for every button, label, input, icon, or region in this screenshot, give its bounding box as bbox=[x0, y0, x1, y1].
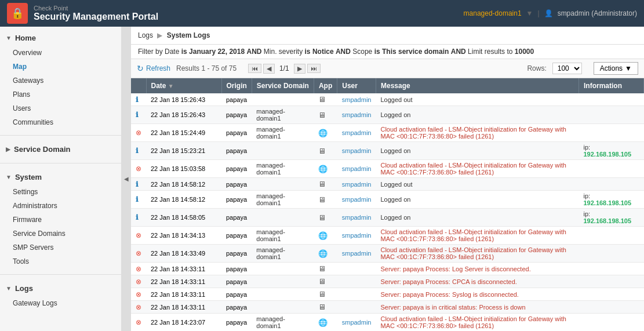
user-link[interactable]: smpadmin bbox=[342, 196, 372, 203]
page-prev-button[interactable]: ◀ bbox=[263, 64, 275, 74]
table-row: ℹ 22 Jan 18 14:58:12 papaya 🖥 smpadmin L… bbox=[131, 178, 644, 191]
user-link[interactable]: smpadmin bbox=[342, 165, 372, 172]
user-cell bbox=[337, 288, 376, 301]
sidebar-item-administrators[interactable]: Administrators bbox=[0, 199, 121, 213]
message-cell: Server: papaya is in critical status: Pr… bbox=[376, 301, 578, 314]
col-origin[interactable]: Origin bbox=[221, 78, 252, 93]
sidebar-item-firmware[interactable]: Firmware bbox=[0, 213, 121, 227]
type-cell: ℹ bbox=[131, 142, 146, 160]
app-cell: 🌐 bbox=[314, 124, 337, 142]
svcdom-cell bbox=[252, 209, 314, 227]
user-link[interactable]: smpadmin bbox=[342, 181, 372, 188]
table-row: ⊗ 22 Jan 18 15:24:49 papaya managed-doma… bbox=[131, 124, 644, 142]
user-link[interactable]: smpadmin bbox=[342, 147, 372, 154]
header-right: managed-domain1 ▼ | 👤 smpadmin (Administ… bbox=[464, 9, 637, 17]
sidebar-item-gateway-logs[interactable]: Gateway Logs bbox=[0, 296, 121, 310]
chevron-down-icon2: ▼ bbox=[6, 174, 12, 180]
sidebar-category-service-domain[interactable]: ▶ Service Domain bbox=[0, 141, 121, 157]
user-link[interactable]: smpadmin bbox=[342, 214, 372, 221]
info-icon: ℹ bbox=[136, 96, 139, 104]
ip-link[interactable]: 192.168.198.105 bbox=[583, 151, 631, 158]
monitor-icon: 🖥 bbox=[318, 147, 326, 155]
svcdom-cell: managed-domain1 bbox=[252, 124, 314, 142]
info-cell: ip: 192.168.198.105 bbox=[578, 142, 643, 160]
col-user[interactable]: User bbox=[337, 78, 376, 93]
info-cell bbox=[578, 288, 643, 301]
user-link[interactable]: smpadmin bbox=[342, 96, 372, 103]
col-date[interactable]: Date ▼ bbox=[146, 78, 221, 93]
sidebar-item-settings[interactable]: Settings bbox=[0, 185, 121, 199]
user-link[interactable]: smpadmin bbox=[342, 319, 372, 326]
origin-cell: papaya bbox=[221, 227, 252, 245]
sidebar-category-system[interactable]: ▼ System bbox=[0, 169, 121, 185]
pagination: ⏮ ◀ 1/1 ▶ ⏭ bbox=[248, 64, 321, 74]
monitor-icon: 🖥 bbox=[318, 290, 326, 299]
info-cell bbox=[578, 314, 643, 332]
col-info[interactable]: Information bbox=[578, 78, 643, 93]
company-name: Check Point bbox=[34, 5, 158, 12]
breadcrumb-parent[interactable]: Logs bbox=[138, 31, 153, 39]
globe-icon: 🌐 bbox=[318, 318, 328, 327]
user-link[interactable]: smpadmin bbox=[342, 129, 372, 136]
message-cell: Logged on bbox=[376, 142, 578, 160]
user-link[interactable]: smpadmin bbox=[342, 250, 372, 257]
info-icon: ℹ bbox=[136, 213, 139, 221]
user-link[interactable]: smpadmin bbox=[342, 111, 372, 118]
error-icon: ⊗ bbox=[136, 290, 141, 299]
sidebar-item-gateways[interactable]: Gateways bbox=[0, 74, 121, 88]
monitor-icon: 🖥 bbox=[318, 303, 326, 311]
type-cell: ⊗ bbox=[131, 301, 146, 314]
type-cell: ℹ bbox=[131, 178, 146, 191]
sidebar-item-map[interactable]: Map bbox=[0, 60, 121, 74]
error-icon: ⊗ bbox=[136, 265, 141, 273]
sidebar-logs-label: Logs bbox=[15, 284, 33, 293]
page-next-button[interactable]: ▶ bbox=[294, 64, 305, 74]
sidebar-category-home[interactable]: ▼ Home bbox=[0, 30, 121, 46]
refresh-button[interactable]: ↻ Refresh bbox=[137, 64, 170, 73]
svcdom-cell: managed-domain1 bbox=[252, 227, 314, 245]
sidebar-item-service-domains[interactable]: Service Domains bbox=[0, 227, 121, 241]
sidebar-item-overview[interactable]: Overview bbox=[0, 46, 121, 60]
rows-select[interactable]: 100 50 200 bbox=[552, 63, 582, 74]
sidebar-item-communities[interactable]: Communities bbox=[0, 115, 121, 129]
page-current: 1/1 bbox=[276, 64, 292, 72]
page-first-button[interactable]: ⏮ bbox=[248, 64, 261, 73]
info-cell bbox=[578, 245, 643, 263]
divider3 bbox=[0, 274, 121, 275]
message-cell: Cloud activation failed - LSM-Object ini… bbox=[376, 227, 578, 245]
date-cell: 22 Jan 18 14:58:05 bbox=[146, 209, 221, 227]
error-icon: ⊗ bbox=[136, 318, 141, 326]
origin-cell: papaya bbox=[221, 301, 252, 314]
ip-link[interactable]: 192.168.198.105 bbox=[583, 199, 631, 206]
message-cell: Logged out bbox=[376, 178, 578, 191]
sidebar-category-logs[interactable]: ▼ Logs bbox=[0, 281, 121, 296]
filter-scope: This service domain bbox=[382, 48, 449, 56]
col-service-domain[interactable]: Service Domain bbox=[252, 78, 314, 93]
origin-cell: papaya bbox=[221, 93, 252, 106]
table-row: ℹ 22 Jan 18 15:23:21 papaya 🖥 smpadmin L… bbox=[131, 142, 644, 160]
sidebar-collapse-button[interactable]: ◀ bbox=[122, 27, 131, 331]
table-row: ⊗ 22 Jan 18 14:33:11 papaya 🖥 Server: pa… bbox=[131, 275, 644, 288]
actions-button[interactable]: Actions ▼ bbox=[594, 62, 638, 75]
sidebar-home-label: Home bbox=[15, 34, 36, 42]
message-cell: Server: papaya Process: Log Server is di… bbox=[376, 263, 578, 275]
user-cell: smpadmin bbox=[337, 124, 376, 142]
page-last-button[interactable]: ⏭ bbox=[307, 64, 321, 73]
user-link[interactable]: smpadmin bbox=[342, 232, 372, 239]
sidebar-item-smp-servers[interactable]: SMP Servers bbox=[0, 241, 121, 254]
col-message[interactable]: Message bbox=[376, 78, 578, 93]
type-cell: ℹ bbox=[131, 209, 146, 227]
date-cell: 22 Jan 18 15:26:43 bbox=[146, 106, 221, 124]
domain-name[interactable]: managed-domain1 bbox=[464, 9, 522, 17]
type-cell: ⊗ bbox=[131, 227, 146, 245]
app-cell: 🖥 bbox=[314, 301, 337, 314]
ip-link[interactable]: 192.168.198.105 bbox=[583, 217, 631, 224]
col-app[interactable]: App bbox=[314, 78, 337, 93]
sidebar-item-users[interactable]: Users bbox=[0, 101, 121, 115]
table-row: ⊗ 22 Jan 18 14:33:11 papaya 🖥 Server: pa… bbox=[131, 288, 644, 301]
actions-label: Actions bbox=[600, 64, 623, 72]
sidebar-item-plans[interactable]: Plans bbox=[0, 88, 121, 101]
table-row: ⊗ 22 Jan 18 14:33:49 papaya managed-doma… bbox=[131, 245, 644, 263]
filter-and3: AND bbox=[451, 48, 466, 56]
sidebar-item-tools[interactable]: Tools bbox=[0, 254, 121, 268]
